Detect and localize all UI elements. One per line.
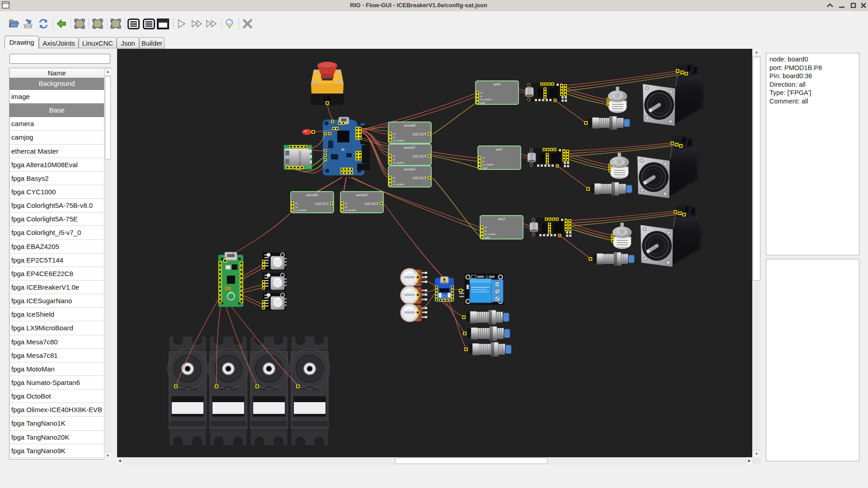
svg-text:uartsub4: uartsub4 [306, 193, 318, 197]
svg-text:uart0: uart0 [493, 82, 500, 86]
svg-text:tx_enable: tx_enable [393, 139, 404, 142]
svg-text:tx: tx [345, 205, 348, 208]
svg-text:tx_enable: tx_enable [295, 208, 307, 211]
svg-text:uartsub1: uartsub1 [404, 145, 415, 150]
svg-text:HR911105C: HR911105C [298, 150, 302, 167]
svg-text:tx_enable: tx_enable [345, 208, 356, 211]
svg-text:SAT: SAT [482, 166, 488, 169]
svg-text:uartsub2: uartsub2 [404, 167, 415, 171]
svg-text:SAT: SAT [485, 236, 490, 239]
svg-text:tx: tx [393, 179, 396, 183]
svg-text:rx: rx [393, 154, 396, 157]
svg-text:tx: tx [485, 229, 487, 232]
svg-text:tx: tx [295, 205, 298, 208]
svg-text:rx: rx [485, 225, 487, 229]
svg-text:tx_enable: tx_enable [480, 98, 491, 101]
svg-text:rx: rx [393, 132, 396, 135]
svg-text:rx: rx [345, 202, 348, 205]
svg-text:rx: rx [393, 176, 396, 179]
svg-text:tx: tx [393, 136, 396, 139]
svg-text:SAT:OUT: SAT:OUT [413, 176, 427, 180]
svg-text:SAT:OUT: SAT:OUT [413, 132, 427, 136]
svg-text:tx: tx [482, 160, 485, 163]
svg-text:SAT:OUT: SAT:OUT [315, 202, 329, 206]
svg-text:uartsub0: uartsub0 [404, 123, 415, 127]
svg-text:tx_enable: tx_enable [485, 232, 496, 235]
svg-text:uart1: uart1 [495, 147, 503, 151]
svg-text:tx_enable: tx_enable [393, 161, 404, 164]
svg-text:tx: tx [480, 94, 483, 98]
svg-text:SAT:OUT: SAT:OUT [365, 202, 379, 206]
svg-text:uart2: uart2 [498, 217, 505, 221]
svg-text:tx: tx [393, 158, 396, 161]
svg-text:rx: rx [482, 156, 485, 159]
svg-text:SAT: SAT [480, 101, 486, 104]
svg-text:uartsub3: uartsub3 [356, 193, 368, 197]
svg-text:tx_enable: tx_enable [482, 163, 494, 166]
svg-text:tx_enable: tx_enable [393, 183, 404, 186]
svg-text:rx: rx [480, 91, 483, 94]
svg-text:SAT:OUT: SAT:OUT [413, 155, 427, 159]
svg-text:rx: rx [295, 202, 298, 205]
